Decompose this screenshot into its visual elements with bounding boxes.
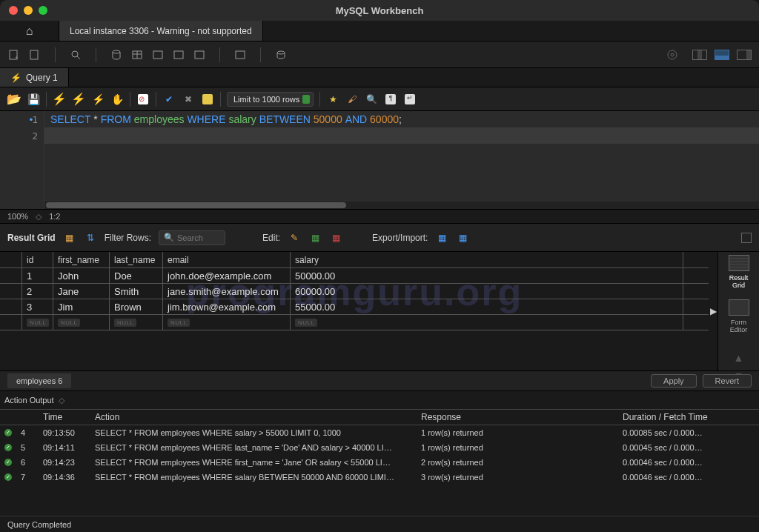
explain-icon[interactable]: ⚡ [91, 93, 105, 106]
panel-left-icon[interactable] [692, 50, 707, 60]
col-action[interactable]: Action [90, 410, 417, 425]
line-gutter: 1 2 [0, 111, 44, 209]
import-icon[interactable]: ▦ [456, 231, 469, 245]
connection-tabs: ⌂ Local instance 3306 - Warning - not su… [0, 21, 759, 41]
sql-editor[interactable]: 1 2 SELECT * FROM employees WHERE salary… [0, 111, 759, 209]
filter-rows-input[interactable]: 🔍 Search [159, 230, 225, 245]
status-ok-icon: ✓ [4, 429, 12, 436]
side-form-editor[interactable]: Form Editor [729, 299, 749, 333]
panel-bottom-icon[interactable] [715, 50, 729, 60]
connection-tab[interactable]: Local instance 3306 - Warning - not supp… [59, 21, 263, 41]
limit-rows-select[interactable]: Limit to 1000 rows [227, 92, 314, 107]
col-duration[interactable]: Duration / Fetch Time [618, 410, 744, 425]
separator [220, 92, 221, 107]
execute-current-icon[interactable]: ⚡ [72, 93, 85, 106]
close-window-button[interactable] [9, 6, 18, 15]
delete-row-icon[interactable]: ▦ [329, 231, 342, 245]
side-result-grid[interactable]: Result Grid [729, 255, 749, 289]
action-row[interactable]: ✓709:14:36SELECT * FROM employees WHERE … [0, 470, 759, 485]
reconnect-icon[interactable] [274, 48, 288, 61]
zoom-percent[interactable]: 100% [7, 212, 28, 221]
toggle-autocommit-icon[interactable]: ⊘ [136, 93, 150, 106]
result-footer: employees 6 Apply Revert [0, 370, 759, 391]
table-row[interactable]: 3JimBrownjim.brown@example.com55000.00 [0, 299, 709, 315]
search-icon: 🔍 [164, 233, 174, 242]
action-row[interactable]: ✓609:14:23SELECT * FROM employees WHERE … [0, 455, 759, 470]
result-toolbar: Result Grid ▦ ⇅ Filter Rows: 🔍 Search Ed… [0, 224, 759, 252]
create-view-icon[interactable] [151, 48, 165, 61]
create-schema-icon[interactable] [110, 48, 123, 61]
minimize-window-button[interactable] [24, 6, 33, 15]
find-icon[interactable]: 🖌 [345, 93, 359, 106]
separator [130, 92, 130, 107]
panel-right-icon[interactable] [737, 50, 752, 60]
settings-icon[interactable] [666, 48, 679, 61]
separator [46, 92, 47, 107]
side-nav-up-icon[interactable]: ▲ [734, 354, 744, 362]
col-header-last-name[interactable]: last_name [110, 252, 163, 267]
col-time[interactable]: Time [39, 410, 90, 425]
result-grid[interactable]: programguru.org id first_name last_name … [0, 252, 709, 370]
new-sql-tab-icon[interactable]: + [7, 48, 21, 61]
action-output-head: Time Action Response Duration / Fetch Ti… [0, 409, 759, 425]
open-file-icon[interactable]: 📂 [7, 93, 21, 106]
zoom-stepper-icon[interactable]: ◇ [36, 212, 42, 222]
dropdown-icon[interactable]: ◇ [59, 396, 64, 405]
toggle-whitespace-icon[interactable] [201, 93, 214, 106]
svg-rect-11 [195, 51, 204, 59]
add-row-icon[interactable]: ▦ [308, 231, 322, 245]
rollback-icon[interactable]: ✖ [182, 93, 195, 106]
svg-point-3 [72, 51, 78, 57]
save-file-icon[interactable]: 💾 [27, 93, 40, 106]
maximize-window-button[interactable] [39, 6, 47, 15]
action-row[interactable]: ✓509:14:11SELECT * FROM employees WHERE … [0, 440, 759, 455]
query-tab[interactable]: ⚡ Query 1 [0, 68, 69, 87]
window-controls [0, 6, 47, 15]
revert-button[interactable]: Revert [703, 374, 752, 388]
result-area: programguru.org id first_name last_name … [0, 252, 759, 370]
edit-row-icon[interactable]: ✎ [288, 231, 301, 245]
table-row[interactable]: 1JohnDoejohn.doe@example.com50000.00 [0, 268, 709, 284]
cursor-position: 1:2 [49, 212, 60, 221]
horizontal-scrollbar[interactable] [44, 202, 759, 209]
code-area[interactable]: SELECT * FROM employees WHERE salary BET… [44, 111, 759, 209]
stop-icon[interactable]: ✋ [110, 93, 124, 106]
create-procedure-icon[interactable] [172, 48, 185, 61]
col-response[interactable]: Response [417, 410, 618, 425]
svg-rect-2 [30, 50, 38, 59]
col-header-salary[interactable]: salary [291, 252, 683, 267]
beautify-icon[interactable]: ★ [326, 93, 339, 106]
col-header-email[interactable]: email [163, 252, 291, 267]
sort-icon[interactable]: ⇅ [84, 231, 97, 245]
open-sql-file-icon[interactable] [28, 48, 42, 61]
apply-button[interactable]: Apply [651, 374, 697, 388]
result-footer-tab[interactable]: employees 6 [7, 373, 71, 388]
action-output-header: Action Output ◇ [0, 391, 759, 409]
wrap-icon[interactable]: ↵ [403, 93, 417, 106]
col-header-id[interactable]: id [22, 252, 53, 267]
zoom-bar: 100% ◇ 1:2 [0, 209, 759, 224]
grid-header: id first_name last_name email salary [0, 252, 709, 268]
col-header-first-name[interactable]: first_name [53, 252, 110, 267]
execute-icon[interactable]: ⚡ [53, 93, 66, 106]
scrollbar-thumb[interactable] [46, 202, 346, 208]
titlebar: MySQL Workbench [0, 0, 759, 21]
create-function-icon[interactable] [193, 48, 206, 61]
invisible-chars-icon[interactable]: ¶ [384, 93, 397, 106]
home-tab[interactable]: ⌂ [0, 21, 59, 41]
action-output-label[interactable]: Action Output [4, 396, 54, 405]
expand-arrow-icon[interactable]: ▶ [709, 252, 717, 370]
wrap-cell-icon[interactable] [741, 233, 752, 243]
search-icon[interactable]: 🔍 [365, 93, 378, 106]
inspector-icon[interactable] [69, 48, 82, 61]
row-selector-header [0, 252, 22, 267]
grid-icon[interactable]: ▦ [63, 231, 76, 245]
action-row[interactable]: ✓409:13:50SELECT * FROM employees WHERE … [0, 425, 759, 440]
create-table-icon[interactable] [130, 48, 144, 61]
table-row-null[interactable]: NULL NULL NULL NULL NULL [0, 315, 709, 330]
action-output-grid: Time Action Response Duration / Fetch Ti… [0, 409, 759, 485]
commit-icon[interactable]: ✔ [162, 93, 176, 106]
export-icon[interactable]: ▦ [435, 231, 448, 245]
search-table-data-icon[interactable] [233, 48, 247, 61]
table-row[interactable]: 2JaneSmithjane.smith@example.com60000.00 [0, 284, 709, 299]
